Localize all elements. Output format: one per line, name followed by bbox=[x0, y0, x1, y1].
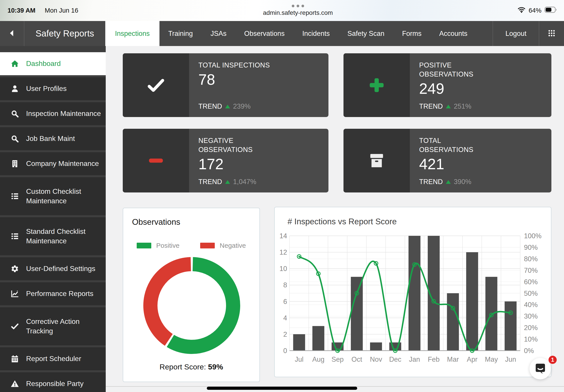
sidebar-item-corrective-action-tracking[interactable]: Corrective Action Tracking bbox=[0, 307, 106, 345]
tab-inspections[interactable]: Inspections bbox=[105, 21, 159, 46]
chat-badge: 1 bbox=[549, 356, 557, 364]
trend-value: 239% bbox=[233, 102, 251, 110]
home-indicator[interactable] bbox=[207, 387, 357, 390]
stat-info: TOTAL INSPECTIONS78TREND239% bbox=[189, 53, 329, 117]
sidebar-item-label: Report Scheduler bbox=[26, 354, 81, 364]
stat-trend: TREND251% bbox=[419, 102, 542, 110]
trend-up-icon bbox=[446, 180, 451, 184]
chart-icon bbox=[10, 290, 19, 298]
sidebar-item-standard-checklist-maintenance[interactable]: Standard Checklist Maintenance bbox=[0, 217, 106, 255]
svg-text:Sep: Sep bbox=[331, 355, 344, 363]
tab-safety-scan[interactable]: Safety Scan bbox=[339, 21, 393, 46]
app-title: Safety Reports bbox=[24, 21, 105, 46]
check-icon bbox=[10, 322, 19, 331]
trend-value: 1,047% bbox=[233, 178, 256, 186]
svg-text:50%: 50% bbox=[524, 290, 538, 297]
svg-text:90%: 90% bbox=[524, 244, 538, 251]
sidebar-item-performance-reports[interactable]: Performance Reports bbox=[0, 282, 106, 305]
sidebar-item-job-bank-maint[interactable]: Job Bank Maint bbox=[0, 127, 106, 150]
svg-text:8: 8 bbox=[283, 281, 287, 289]
sidebar-item-user-profiles[interactable]: User Profiles bbox=[0, 77, 106, 100]
svg-text:0%: 0% bbox=[524, 347, 534, 355]
wifi-icon bbox=[518, 7, 525, 14]
svg-text:4: 4 bbox=[283, 314, 287, 322]
calendar-icon bbox=[10, 355, 19, 363]
donut-legend: PositiveNegative bbox=[123, 242, 260, 249]
stat-value: 78 bbox=[198, 72, 319, 87]
inspections-vs-score-chart: 024681012140%10%20%30%40%50%60%70%80%90%… bbox=[275, 223, 552, 378]
svg-text:6: 6 bbox=[283, 298, 287, 306]
sidebar-item-label: Standard Checklist Maintenance bbox=[26, 227, 101, 246]
check-icon bbox=[123, 53, 189, 117]
status-center: admin.safety-reports.com bbox=[263, 0, 333, 21]
tab-jsas[interactable]: JSAs bbox=[202, 21, 235, 46]
sidebar-item-custom-checklist-maintenance[interactable]: Custom Checklist Maintenance bbox=[0, 177, 106, 215]
sidebar-item-label: Job Bank Maint bbox=[26, 134, 75, 143]
trend-label: TREND bbox=[419, 178, 443, 186]
sidebar-item-inspection-maintenance[interactable]: Inspection Maintenance bbox=[0, 102, 106, 125]
chat-bubble-icon bbox=[534, 362, 547, 375]
user-icon bbox=[10, 84, 19, 93]
sidebar-item-label: Dashboard bbox=[26, 59, 61, 68]
tab-accounts[interactable]: Accounts bbox=[430, 21, 476, 46]
tab-training[interactable]: Training bbox=[159, 21, 202, 46]
svg-text:Dec: Dec bbox=[389, 355, 401, 363]
search-icon bbox=[10, 110, 19, 118]
svg-text:10%: 10% bbox=[524, 335, 538, 343]
sidebar-item-dashboard[interactable]: Dashboard bbox=[0, 52, 106, 75]
sidebar-item-company-maintenance[interactable]: Company Maintenance bbox=[0, 152, 106, 175]
battery-icon bbox=[545, 7, 557, 14]
stat-card-positive-observations: POSITIVE OBSERVATIONS249TREND251% bbox=[344, 53, 551, 117]
legend-label-positive: Positive bbox=[156, 242, 179, 249]
top-nav: Safety Reports InspectionsTrainingJSAsOb… bbox=[0, 21, 564, 46]
observations-donut-chart bbox=[141, 255, 243, 356]
sidebar-item-label: Custom Checklist Maintenance bbox=[26, 187, 101, 206]
stat-card-total-inspections: TOTAL INSPECTIONS78TREND239% bbox=[123, 53, 329, 117]
status-left: 10:39 AM Mon Jun 16 bbox=[0, 0, 78, 21]
tab-observations[interactable]: Observations bbox=[235, 21, 293, 46]
logout-button[interactable]: Logout bbox=[493, 21, 539, 46]
stat-title: POSITIVE OBSERVATIONS bbox=[419, 61, 492, 79]
svg-text:100%: 100% bbox=[524, 232, 541, 240]
sidebar-item-label: Company Maintenance bbox=[26, 159, 99, 168]
screen: 10:39 AM Mon Jun 16 admin.safety-reports… bbox=[0, 0, 564, 392]
trend-label: TREND bbox=[198, 178, 222, 186]
stat-card-negative-observations: NEGATIVE OBSERVATIONS172TREND1,047% bbox=[123, 129, 329, 193]
stat-info: NEGATIVE OBSERVATIONS172TREND1,047% bbox=[189, 129, 329, 193]
tab-forms[interactable]: Forms bbox=[393, 21, 430, 46]
sidebar-item-user-defined-settings[interactable]: User-Defined Settings bbox=[0, 257, 106, 280]
svg-text:Mar: Mar bbox=[447, 355, 459, 363]
svg-text:40%: 40% bbox=[524, 301, 538, 308]
stat-trend: TREND1,047% bbox=[198, 178, 319, 186]
trend-label: TREND bbox=[198, 102, 222, 110]
building-icon bbox=[10, 159, 19, 168]
stat-card-total-observations: TOTAL OBSERVATIONS421TREND390% bbox=[344, 129, 551, 193]
sidebar-item-label: User Profiles bbox=[26, 84, 67, 93]
trend-value: 251% bbox=[454, 102, 471, 110]
stat-trend: TREND390% bbox=[419, 178, 542, 186]
stat-title: NEGATIVE OBSERVATIONS bbox=[198, 136, 271, 154]
tab-incidents[interactable]: Incidents bbox=[293, 21, 339, 46]
svg-text:60%: 60% bbox=[524, 278, 538, 286]
legend-swatch-negative bbox=[200, 243, 215, 248]
svg-text:10: 10 bbox=[280, 265, 287, 273]
trend-up-icon bbox=[446, 105, 451, 108]
back-button[interactable] bbox=[0, 21, 24, 46]
report-score-label: Report Score: bbox=[159, 363, 206, 371]
home-icon bbox=[10, 59, 19, 68]
report-score-value: 59% bbox=[208, 363, 223, 371]
address-url[interactable]: admin.safety-reports.com bbox=[263, 9, 333, 16]
chat-button[interactable]: 1 bbox=[529, 358, 551, 379]
svg-text:Oct: Oct bbox=[351, 355, 362, 363]
sidebar-item-report-scheduler[interactable]: Report Scheduler bbox=[0, 347, 106, 370]
svg-text:Jun: Jun bbox=[505, 355, 516, 363]
stat-title: TOTAL OBSERVATIONS bbox=[419, 136, 492, 154]
sidebar-item-responsible-party[interactable]: Responsible Party bbox=[0, 372, 106, 392]
apps-grid-button[interactable] bbox=[539, 21, 564, 46]
grid-dots-icon bbox=[548, 29, 555, 38]
svg-text:Jul: Jul bbox=[295, 355, 304, 363]
svg-text:Jan: Jan bbox=[409, 355, 420, 363]
observations-card: Observations PositiveNegative Report Sco… bbox=[123, 208, 260, 382]
tab-overview-dots-icon[interactable] bbox=[292, 5, 304, 7]
stat-value: 421 bbox=[419, 156, 542, 172]
